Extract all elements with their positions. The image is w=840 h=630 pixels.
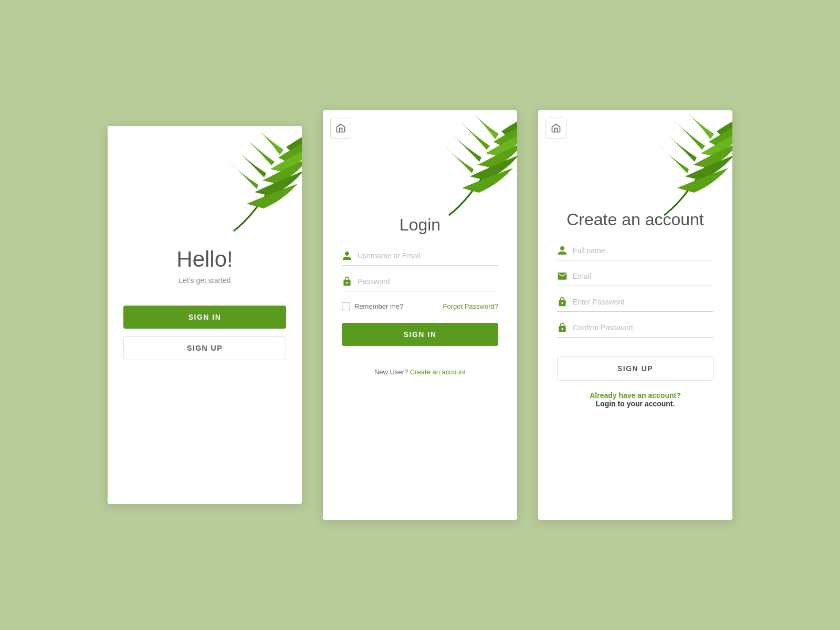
lock-icon-confirm xyxy=(557,322,568,333)
create-account-link[interactable]: Create an account xyxy=(410,368,466,376)
fullname-input[interactable] xyxy=(573,245,713,256)
already-account-section: Already have an account? Login to your a… xyxy=(557,391,713,408)
register-sign-up-button[interactable]: SIGN UP xyxy=(557,356,713,381)
username-input[interactable] xyxy=(358,250,498,261)
home-button[interactable] xyxy=(330,118,351,139)
person-icon-register xyxy=(557,245,568,256)
enter-password-input-row xyxy=(557,297,713,312)
remember-me-label: Remember me? xyxy=(342,302,403,310)
forgot-password-link[interactable]: Forgot Password? xyxy=(443,302,499,310)
welcome-title: Hello! xyxy=(176,247,233,272)
enter-password-input[interactable] xyxy=(573,297,713,307)
login-title: Login xyxy=(342,215,498,235)
login-content: Login Remember me? F xyxy=(323,215,517,376)
welcome-content: Hello! Let's get started SIGN IN SIGN UP xyxy=(108,247,302,360)
remember-me-text: Remember me? xyxy=(354,302,403,310)
login-sign-in-button[interactable]: SIGN IN xyxy=(342,323,498,346)
fullname-input-row xyxy=(557,245,713,260)
sign-in-button[interactable]: SIGN IN xyxy=(123,306,286,329)
email-input-row xyxy=(557,271,713,286)
remember-forgot-row: Remember me? Forgot Password? xyxy=(342,302,498,310)
login-card: Login Remember me? F xyxy=(323,110,517,520)
palm-leaf-decoration-register xyxy=(612,110,732,220)
register-card: Create an account xyxy=(538,110,732,520)
sign-up-button[interactable]: SIGN UP xyxy=(123,336,286,360)
confirm-password-input-row xyxy=(557,322,713,338)
new-user-static: New User? xyxy=(374,368,408,376)
email-input[interactable] xyxy=(573,271,713,281)
remember-me-checkbox[interactable] xyxy=(342,302,350,310)
register-title: Create an account xyxy=(557,210,713,229)
new-user-text: New User? Create an account xyxy=(342,368,498,376)
email-icon xyxy=(557,271,568,281)
lock-icon xyxy=(342,276,352,287)
home-icon xyxy=(335,123,346,133)
register-content: Create an account xyxy=(538,210,732,408)
already-account-line2: Login to your account. xyxy=(557,400,713,408)
password-input-row xyxy=(342,276,498,291)
welcome-card: Hello! Let's get started SIGN IN SIGN UP xyxy=(108,126,302,504)
lock-icon-enter xyxy=(557,297,568,307)
home-button-register[interactable] xyxy=(545,118,566,139)
palm-leaf-decoration xyxy=(181,126,302,236)
password-input[interactable] xyxy=(358,276,498,287)
confirm-password-input[interactable] xyxy=(573,322,713,333)
person-icon xyxy=(342,250,352,261)
username-input-row xyxy=(342,250,498,266)
welcome-subtitle: Let's get started xyxy=(178,276,230,285)
home-icon-register xyxy=(551,123,561,133)
palm-leaf-decoration-login xyxy=(396,110,517,220)
already-account-line1: Already have an account? xyxy=(557,391,713,400)
